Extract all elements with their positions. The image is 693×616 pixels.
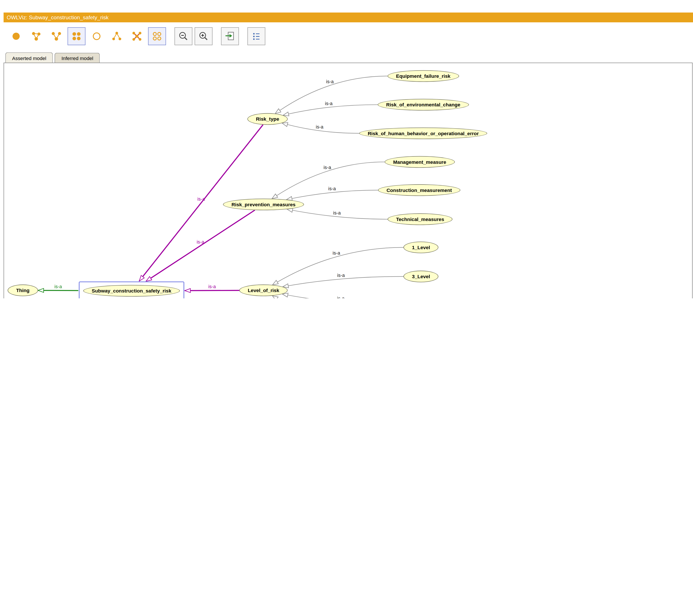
options-button[interactable] bbox=[248, 27, 265, 45]
edge-subway-to-thing bbox=[38, 290, 78, 291]
owlviz-titlebar: OWLViz: Subway_construction_safety_risk bbox=[4, 13, 693, 22]
triangle-graph-icon bbox=[30, 30, 42, 42]
node-label: Subway_construction_safety_risk bbox=[92, 288, 171, 294]
node-label: Level_of_risk bbox=[248, 288, 279, 293]
circle-grid-icon bbox=[151, 30, 163, 42]
graph-node-subway[interactable]: Subway_construction_safety_risk bbox=[83, 285, 180, 297]
graph-node-risk_prevention[interactable]: Risk_prevention_measures bbox=[223, 199, 304, 211]
graph-node-technical_measures[interactable]: Technical_measures bbox=[388, 214, 453, 225]
zoom-in-icon bbox=[198, 30, 210, 42]
cross-graph-icon bbox=[131, 30, 143, 42]
circle-grid-button[interactable] bbox=[148, 27, 166, 45]
graph-node-management_measure[interactable]: Management_measure bbox=[384, 156, 455, 168]
edge-label: is-a bbox=[54, 284, 62, 289]
node-label: Risk_of_human_behavior_or_operational_er… bbox=[368, 131, 479, 136]
options-icon bbox=[251, 30, 262, 42]
node-label: Risk_prevention_measures bbox=[232, 202, 295, 207]
edge-label: is-a bbox=[325, 101, 333, 106]
filled-grid-button[interactable] bbox=[67, 27, 85, 45]
edge-level_3-to-level_of_risk bbox=[283, 277, 404, 287]
edge-level_of_risk-to-subway bbox=[185, 290, 239, 291]
tab-asserted-model[interactable]: Asserted model bbox=[5, 53, 53, 63]
graph-node-construction_measurement[interactable]: Construction_measurement bbox=[378, 184, 460, 196]
filled-circle-icon bbox=[10, 30, 22, 42]
export-button[interactable] bbox=[221, 27, 239, 45]
filled-circle-button[interactable] bbox=[7, 27, 25, 45]
filled-grid-icon bbox=[71, 30, 82, 42]
edge-label: is-a bbox=[337, 273, 345, 278]
edge-label: is-a bbox=[333, 210, 341, 216]
v-graph-button[interactable] bbox=[47, 27, 65, 45]
zoom-in-button[interactable] bbox=[195, 27, 213, 45]
diagram-canvas[interactable]: is-ais-ais-ais-ais-ais-ais-ais-ais-ais-a… bbox=[4, 63, 693, 298]
graph-node-risk_type[interactable]: Risk_type bbox=[248, 113, 288, 125]
node-label: Thing bbox=[16, 288, 29, 293]
edge-label: is-a bbox=[328, 186, 336, 191]
window-title: OWLViz: Subway_construction_safety_risk bbox=[7, 14, 108, 21]
toolbar bbox=[4, 22, 693, 50]
scaled-viewport: OWLViz: Subway_construction_safety_risk bbox=[0, 0, 693, 298]
tab-inferred-model[interactable]: Inferred model bbox=[55, 53, 100, 63]
node-label: 1_Level bbox=[412, 245, 430, 250]
cross-graph-button[interactable] bbox=[128, 27, 146, 45]
node-label: Technical_measures bbox=[396, 216, 444, 222]
graph-node-level_1[interactable]: 1_Level bbox=[403, 242, 439, 253]
small-tree-button[interactable] bbox=[108, 27, 126, 45]
edge-label: is-a bbox=[337, 296, 345, 298]
edge-label: is-a bbox=[197, 239, 204, 245]
edge-label: is-a bbox=[208, 284, 216, 289]
graph-node-env_change_risk[interactable]: Risk_of_environmental_change bbox=[378, 99, 469, 111]
edge-construction_measurement-to-risk_prevention bbox=[286, 190, 378, 200]
graph-node-human_error_risk[interactable]: Risk_of_human_behavior_or_operational_er… bbox=[359, 127, 487, 139]
node-label: Equipment_failure_risk bbox=[396, 74, 451, 79]
edge-label: is-a bbox=[323, 165, 331, 170]
edge-risk_prevention-to-subway bbox=[146, 210, 255, 281]
edge-label: is-a bbox=[333, 250, 340, 256]
v-graph-icon bbox=[51, 30, 62, 42]
edge-label: is-a bbox=[197, 196, 205, 202]
zoom-out-icon bbox=[178, 30, 190, 42]
export-icon bbox=[224, 30, 236, 42]
owlviz-window: OWLViz: Subway_construction_safety_risk bbox=[0, 0, 693, 298]
node-label: Management_measure bbox=[393, 159, 446, 165]
small-tree-icon bbox=[111, 30, 123, 42]
graph-node-equipment_failure[interactable]: Equipment_failure_risk bbox=[388, 70, 459, 82]
node-label: Construction_measurement bbox=[387, 187, 452, 193]
circle-outline-icon bbox=[91, 30, 102, 42]
graph-node-level_3[interactable]: 3_Level bbox=[403, 271, 439, 282]
node-label: 3_Level bbox=[412, 274, 430, 279]
edge-env_change_risk-to-risk_type bbox=[283, 105, 377, 115]
circle-outline-button[interactable] bbox=[88, 27, 106, 45]
graph-node-thing[interactable]: Thing bbox=[7, 284, 38, 296]
graph-node-level_of_risk[interactable]: Level_of_risk bbox=[239, 284, 288, 296]
node-label: Risk_type bbox=[256, 116, 279, 122]
model-tabs: Asserted model Inferred model bbox=[5, 51, 102, 63]
zoom-out-button[interactable] bbox=[175, 27, 193, 45]
triangle-graph-button[interactable] bbox=[27, 27, 45, 45]
edge-label: is-a bbox=[326, 79, 334, 84]
node-label: Risk_of_environmental_change bbox=[386, 102, 460, 107]
edge-label: is-a bbox=[316, 124, 323, 130]
edges-layer: is-ais-ais-ais-ais-ais-ais-ais-ais-ais-a… bbox=[4, 63, 692, 298]
